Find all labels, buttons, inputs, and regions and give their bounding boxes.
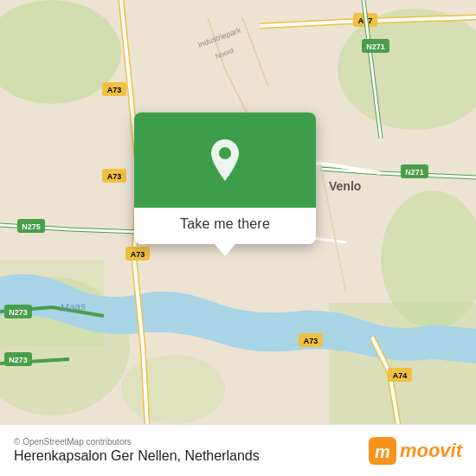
svg-text:N273: N273 <box>9 356 28 364</box>
svg-text:m: m <box>375 442 390 461</box>
attribution-text: © OpenStreetMap contributors <box>14 437 260 447</box>
svg-point-34 <box>219 147 231 159</box>
svg-text:A74: A74 <box>393 371 408 380</box>
popup-card: Take me there <box>134 113 316 244</box>
svg-text:N271: N271 <box>366 42 385 51</box>
location-pin-icon <box>207 138 243 183</box>
svg-text:A73: A73 <box>107 86 122 94</box>
bottom-bar: © OpenStreetMap contributors Herenkapsal… <box>0 424 476 476</box>
svg-point-6 <box>121 355 225 424</box>
svg-text:A73: A73 <box>131 250 145 259</box>
popup-button-area[interactable]: Take me there <box>134 208 316 244</box>
svg-text:A73: A73 <box>304 337 318 345</box>
moovit-logo: m moovit <box>369 437 462 465</box>
moovit-icon: m <box>369 437 396 465</box>
map-container[interactable]: A73 A73 A73 A73 A67 A74 N271 N271 <box>0 0 476 424</box>
svg-text:N275: N275 <box>22 222 41 231</box>
svg-text:Venlo: Venlo <box>329 179 361 193</box>
bottom-left: © OpenStreetMap contributors Herenkapsal… <box>14 437 260 464</box>
svg-text:A73: A73 <box>107 172 122 181</box>
svg-text:N271: N271 <box>405 168 424 177</box>
svg-text:N273: N273 <box>9 308 28 317</box>
popup-green-area <box>134 113 316 208</box>
moovit-logo-text: moovit <box>400 440 462 462</box>
take-me-there-button[interactable]: Take me there <box>180 216 270 232</box>
location-name: Herenkapsalon Ger Nellen, Netherlands <box>14 448 260 464</box>
svg-text:Maas: Maas <box>60 299 86 314</box>
